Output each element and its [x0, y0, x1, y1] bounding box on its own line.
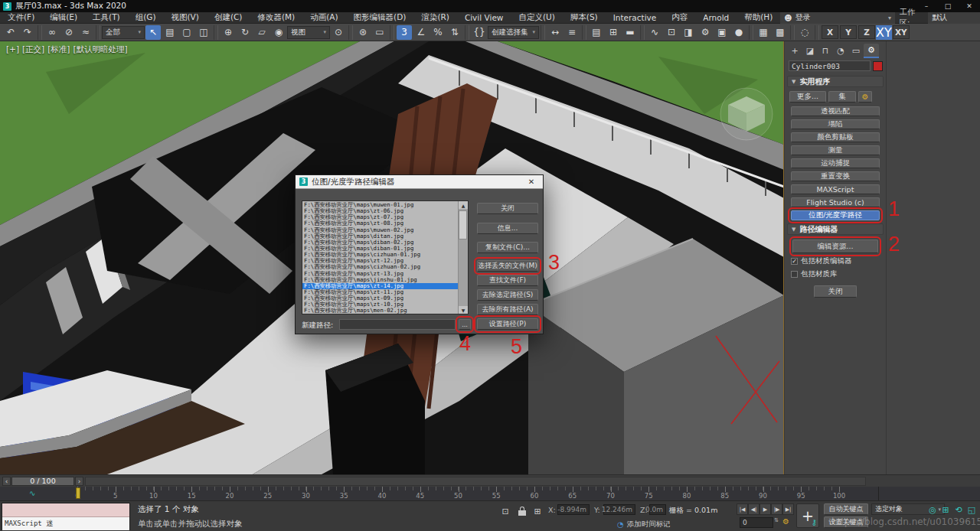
- utility-button[interactable]: 颜色剪贴板: [791, 132, 880, 142]
- path-list-item[interactable]: F:\西安移动营业厅\maps\diban-01.jpg: [302, 246, 458, 252]
- dialog-close-button[interactable]: 关闭: [477, 203, 538, 214]
- maximize-button[interactable]: □: [937, 0, 959, 12]
- path-list-item[interactable]: F:\西安移动营业厅\maps\zt-11.jpg: [302, 289, 458, 295]
- utility-button[interactable]: 透视匹配: [791, 106, 880, 116]
- menu-item[interactable]: 组(G): [128, 12, 164, 24]
- path-list-item[interactable]: F:\西安移动营业厅\maps\zt-07.jpg: [302, 214, 458, 220]
- previous-frame-button[interactable]: ◀|: [748, 503, 760, 515]
- render-icon[interactable]: ●: [731, 25, 746, 40]
- menu-item[interactable]: 帮助(H): [737, 12, 780, 24]
- strip-selected-paths-button[interactable]: 去除选定路径(S): [477, 289, 538, 301]
- path-list-item[interactable]: F:\西安移动营业厅\maps\zt-12.jpg: [302, 258, 458, 264]
- render-setup-icon[interactable]: ⚙: [697, 25, 713, 40]
- utility-button[interactable]: 测量: [791, 145, 880, 155]
- use-center-icon[interactable]: ⊙: [331, 25, 346, 40]
- select-object-icon[interactable]: ↖: [145, 25, 161, 40]
- new-path-input[interactable]: [339, 319, 456, 330]
- window-crossing-icon[interactable]: ◫: [196, 25, 211, 40]
- set-keys-button[interactable]: + ⚷: [796, 503, 819, 528]
- utility-button[interactable]: 重置变换: [791, 171, 880, 181]
- path-list[interactable]: F:\西安移动营业厅\maps\muwen-01.jpgF:\西安移动营业厅\m…: [302, 200, 469, 314]
- include-material-library-checkbox[interactable]: 包括材质库: [791, 269, 886, 279]
- path-list-item[interactable]: F:\西安移动营业厅\maps\zt-10.jpg: [302, 301, 458, 308]
- utilities-config-icon[interactable]: ⚙: [858, 91, 872, 103]
- utility-button[interactable]: 位图/光度学路径: [791, 210, 880, 220]
- angle-snap-icon[interactable]: ∠: [413, 25, 429, 40]
- schematic-view-icon[interactable]: ⊡: [664, 25, 679, 40]
- select-manipulate-icon[interactable]: ⊛: [355, 25, 371, 40]
- utilities-tab[interactable]: ⚙: [864, 44, 879, 58]
- utility-button[interactable]: 运动捕捉: [791, 158, 880, 168]
- select-missing-files-button[interactable]: 选择丢失的文件(M): [477, 260, 538, 272]
- curve-editor-icon[interactable]: ∿: [647, 25, 662, 40]
- dialog-title-bar[interactable]: 3 位图/光度学路径编辑器 ✕: [296, 175, 543, 189]
- path-list-item[interactable]: F:\西安移动营业厅\maps\cizhuan-01.jpg: [302, 252, 458, 258]
- y-coordinate-field[interactable]: 12.246m: [603, 504, 635, 515]
- go-to-end-button[interactable]: ▶|: [782, 503, 794, 515]
- auto-key-button[interactable]: 自动关键点: [824, 503, 868, 515]
- path-list-item[interactable]: F:\西安移动营业厅\maps\diban-02.jpg: [302, 239, 458, 246]
- menu-item[interactable]: 脚本(S): [563, 12, 606, 24]
- path-list-item[interactable]: F:\西安移动营业厅\maps\ditan.jpg: [302, 233, 458, 239]
- snap-toggle-icon[interactable]: 3: [397, 25, 412, 40]
- current-frame-marker[interactable]: [76, 487, 80, 499]
- z-coordinate-field[interactable]: 0.0m: [649, 504, 666, 515]
- keyboard-override-icon[interactable]: ▭: [372, 25, 387, 40]
- axis-plane-dropdown[interactable]: XY: [893, 25, 910, 39]
- path-list-item[interactable]: F:\西安移动营业厅\maps\zt-09.jpg: [302, 295, 458, 301]
- frame-spinner[interactable]: ⇅: [774, 517, 779, 523]
- layer-manager-icon[interactable]: ▤: [589, 25, 604, 40]
- unlink-icon[interactable]: ⊘: [61, 25, 77, 40]
- viewport-label-item[interactable]: [默认明暗处理]: [73, 44, 127, 55]
- set-path-button[interactable]: 设置路径(P): [477, 318, 538, 330]
- selection-lock-icon[interactable]: [518, 507, 527, 516]
- ribbon-icon[interactable]: ▬: [622, 25, 638, 40]
- path-list-item[interactable]: F:\西安移动营业厅\maps\muwen-02.jpg: [302, 227, 458, 233]
- grid-snap-icon[interactable]: ▦: [756, 25, 771, 40]
- align-icon[interactable]: ≡: [564, 25, 580, 40]
- path-list-item[interactable]: F:\西安移动营业厅\maps\zt-06.jpg: [302, 208, 458, 214]
- menu-item[interactable]: 编辑(E): [42, 12, 85, 24]
- go-to-start-button[interactable]: |◀: [737, 503, 748, 515]
- current-frame-field[interactable]: 0: [740, 517, 773, 528]
- more-button[interactable]: 更多...: [789, 91, 826, 103]
- percent-snap-icon[interactable]: %: [430, 25, 446, 40]
- path-list-item[interactable]: F:\西安移动营业厅\maps\zt-14.jpg: [302, 283, 458, 289]
- object-name-field[interactable]: Cylinder003: [789, 60, 871, 71]
- menu-item[interactable]: 视图(V): [164, 12, 207, 24]
- find-files-button[interactable]: 查找文件(F): [477, 275, 538, 286]
- previous-frame-arrow[interactable]: ‹: [2, 477, 11, 486]
- browse-path-button[interactable]: ...: [459, 319, 471, 330]
- isolate-toggle-icon[interactable]: ◌: [797, 25, 812, 40]
- maxscript-mini-listener[interactable]: MAXScript 迷: [2, 503, 130, 530]
- display-tab[interactable]: ▭: [848, 44, 864, 58]
- utility-button[interactable]: Flight Studio (c): [791, 197, 880, 207]
- strip-all-paths-button[interactable]: 去除所有路径(A): [477, 304, 538, 315]
- path-editor-rollout-header[interactable]: ▼ 路径编辑器: [787, 223, 884, 235]
- axis-z-button[interactable]: Z: [858, 25, 875, 39]
- named-set-dropdown[interactable]: 创建选择集: [488, 26, 539, 39]
- zoom-all-icon[interactable]: ⊞: [939, 503, 952, 516]
- object-color-swatch[interactable]: [873, 61, 883, 71]
- menu-item[interactable]: 渲染(R): [413, 12, 457, 24]
- path-list-scrollbar[interactable]: ▲ ▼: [458, 201, 468, 314]
- frame-display[interactable]: 0 / 100: [11, 477, 74, 486]
- scrollbar-thumb[interactable]: [459, 210, 467, 239]
- next-frame-button[interactable]: |▶: [771, 503, 782, 515]
- select-placement-icon[interactable]: ◉: [271, 25, 286, 40]
- select-rotate-icon[interactable]: ↻: [237, 25, 253, 40]
- time-slider-track[interactable]: [85, 477, 866, 486]
- maximize-viewport-icon[interactable]: ◱: [965, 503, 978, 516]
- viewport-label-item[interactable]: [+]: [6, 44, 19, 55]
- select-by-name-icon[interactable]: ▤: [162, 25, 178, 40]
- menu-item[interactable]: Civil View: [457, 12, 511, 24]
- path-list-item[interactable]: F:\西安移动营业厅\maps\jinshu-01.jpg: [302, 277, 458, 283]
- isolate-selection-icon[interactable]: ⊡: [499, 505, 511, 517]
- select-scale-icon[interactable]: ▱: [254, 25, 270, 40]
- utilities-rollout-header[interactable]: ▼ 实用程序: [787, 76, 884, 87]
- material-editor-icon[interactable]: ◨: [681, 25, 696, 40]
- grid-scale-icon[interactable]: ▩: [773, 25, 788, 40]
- menu-item[interactable]: 动画(A): [302, 12, 345, 24]
- menu-item[interactable]: 修改器(M): [250, 12, 302, 24]
- redo-icon[interactable]: ↷: [20, 25, 35, 40]
